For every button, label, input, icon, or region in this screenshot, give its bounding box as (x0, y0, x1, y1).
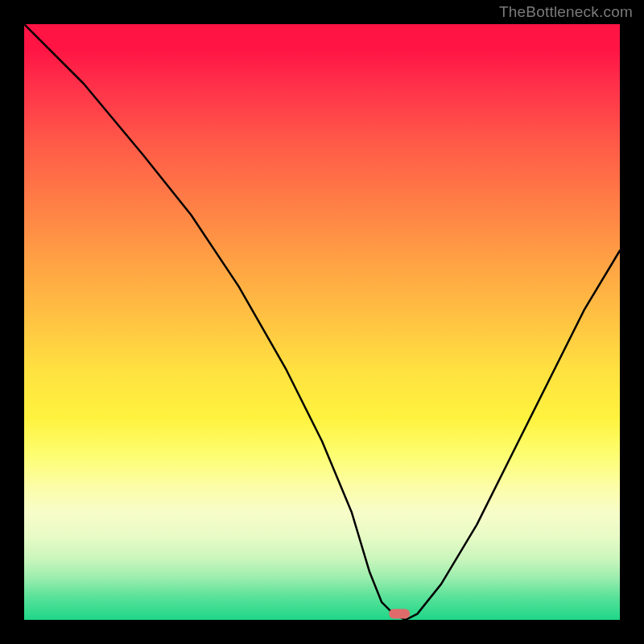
watermark-text: TheBottleneck.com (499, 3, 633, 21)
heat-gradient-background (24, 24, 620, 620)
plot-area (24, 24, 620, 620)
chart-frame: TheBottleneck.com (0, 0, 644, 644)
